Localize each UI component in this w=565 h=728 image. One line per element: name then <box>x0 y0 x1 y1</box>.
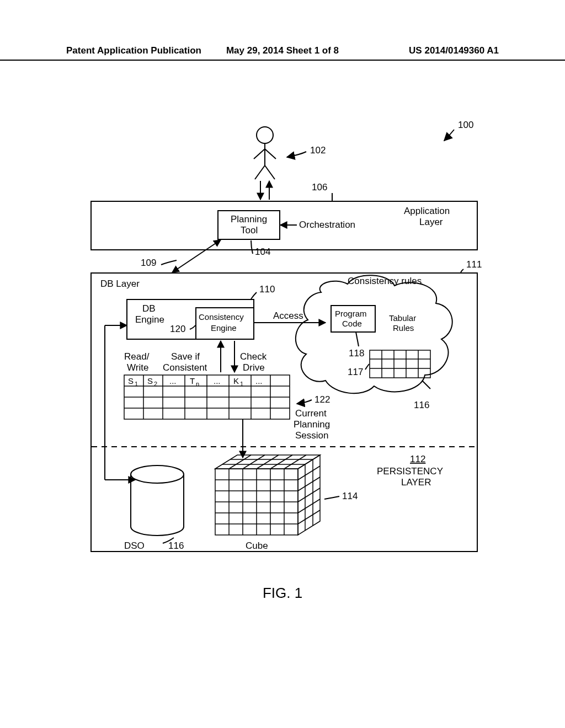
db-engine-l2: Engine <box>135 314 164 325</box>
svg-line-61 <box>298 488 320 502</box>
svg-line-12 <box>172 240 221 272</box>
readwrite-l2: Write <box>127 362 148 373</box>
header-left: Patent Application Publication <box>66 45 210 56</box>
ref-116a: 116 <box>414 400 429 410</box>
k1-b: 1 <box>240 381 243 387</box>
k1-a: K <box>233 376 239 386</box>
consistency-engine-l1: Consistency <box>199 312 244 322</box>
ref-117: 117 <box>348 367 363 377</box>
dso-label: DSO <box>124 540 145 551</box>
svg-rect-18 <box>370 350 430 378</box>
svg-line-63 <box>298 510 320 524</box>
app-layer-l2: Layer <box>419 217 443 227</box>
ref-112: 112 <box>410 454 425 464</box>
db-layer-label: DB Layer <box>100 279 140 289</box>
cps-l2: Planning <box>294 419 330 430</box>
program-code-l2: Code <box>342 319 362 328</box>
header-right: US 2014/0149360 A1 <box>355 45 499 56</box>
svg-line-26 <box>422 381 430 389</box>
dots1: ... <box>169 376 177 386</box>
svg-line-68 <box>257 455 279 469</box>
dots2: ... <box>214 376 221 386</box>
app-layer-l1: Application <box>404 206 450 216</box>
svg-line-70 <box>284 455 306 469</box>
ref-102: 102 <box>310 145 326 156</box>
figure-caption: FIG. 1 <box>0 585 565 602</box>
ref-106: 106 <box>312 182 327 192</box>
cps-l1: Current <box>295 408 327 419</box>
svg-line-25 <box>356 332 359 346</box>
saveif-l1: Save if <box>171 351 200 362</box>
tn-a: T <box>190 376 195 386</box>
cube-label: Cube <box>246 540 268 551</box>
ref-109: 109 <box>141 258 156 268</box>
dots3: ... <box>255 376 263 386</box>
saveif-l2: Consistent <box>163 362 207 373</box>
page-header: Patent Application Publication May 29, 2… <box>0 45 565 61</box>
access-label: Access <box>273 311 303 321</box>
svg-line-67 <box>243 455 265 469</box>
readwrite-l1: Read/ <box>124 351 150 362</box>
persist-l1: PERSISTENCY <box>377 466 443 477</box>
svg-line-62 <box>298 499 320 513</box>
planning-tool-l1: Planning <box>231 214 267 224</box>
tabular-l2: Rules <box>393 323 414 333</box>
svg-line-5 <box>265 165 275 179</box>
tabular-l1: Tabular <box>389 313 416 323</box>
s1-b: 1 <box>135 381 138 387</box>
svg-line-4 <box>255 165 265 179</box>
svg-line-59 <box>298 466 320 480</box>
ref-122: 122 <box>315 394 330 405</box>
svg-line-3 <box>265 149 276 159</box>
consistency-engine-l2: Engine <box>211 323 237 333</box>
ref-120: 120 <box>170 324 185 334</box>
ref-100: 100 <box>458 120 473 130</box>
figure-svg: 100 102 106 Application Layer Planning <box>61 116 491 574</box>
ref-118: 118 <box>349 348 364 358</box>
check-l2: Drive <box>243 362 265 373</box>
s1-a: S <box>128 376 134 386</box>
s2-b: 2 <box>154 381 157 387</box>
tn-b: n <box>196 381 199 387</box>
svg-line-60 <box>298 477 320 491</box>
svg-line-69 <box>270 455 292 469</box>
ref-110: 110 <box>259 284 275 295</box>
svg-point-0 <box>257 127 273 143</box>
check-l1: Check <box>240 351 267 362</box>
ref-104: 104 <box>255 247 270 257</box>
planning-tool-l2: Tool <box>241 225 258 235</box>
program-code-l1: Program <box>335 309 367 318</box>
persist-l2: LAYER <box>401 477 431 488</box>
ref-114: 114 <box>342 491 358 501</box>
svg-line-66 <box>229 455 251 469</box>
ref-116b: 116 <box>168 540 184 551</box>
orchestration-label: Orchestration <box>299 220 355 230</box>
ref-111: 111 <box>466 259 482 270</box>
s2-a: S <box>147 376 153 386</box>
header-center: May 29, 2014 Sheet 1 of 8 <box>210 45 354 56</box>
svg-point-45 <box>131 465 184 483</box>
cps-l3: Session <box>295 430 328 441</box>
db-engine-l1: DB <box>142 303 156 314</box>
svg-line-2 <box>254 149 265 159</box>
